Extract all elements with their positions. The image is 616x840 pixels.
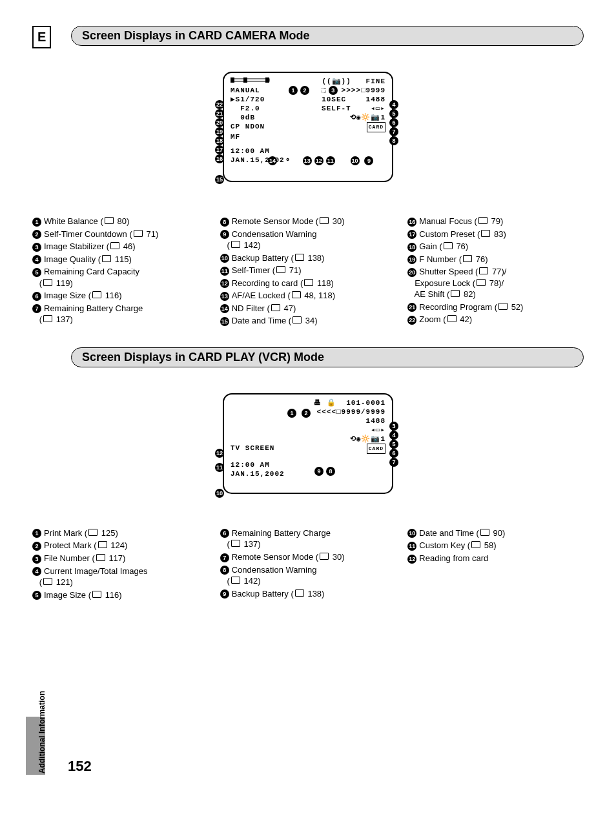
svg-rect-2 xyxy=(243,77,247,83)
svg-rect-3 xyxy=(265,77,269,83)
side-tab-label: Additional Information xyxy=(37,691,46,773)
svg-rect-1 xyxy=(231,77,234,83)
diagram-card-play: 1 2 🖶 🔒 101-0001 <<<<□9999/9999 1488 ◂▭▸… xyxy=(218,393,398,494)
legend-card-play: 1Print Mark ( 125) 2Protect Mark ( 124) … xyxy=(32,526,584,602)
heading-card-camera: Screen Displays in CARD CAMERA Mode xyxy=(71,26,584,46)
section-card-camera: Screen Displays in CARD CAMERA Mode 12 3… xyxy=(32,26,584,328)
svg-rect-0 xyxy=(231,79,269,81)
screen-frame-1: ((📷)) FINE MANUAL⬚ >>>>□9999 ▶S1/72010SE… xyxy=(223,72,393,182)
screen-frame-2: 🖶 🔒 101-0001 <<<<□9999/9999 1488 ◂▭▸ ⟲◉🔆… xyxy=(223,393,393,494)
section-card-play: Screen Displays in CARD PLAY (VCR) Mode … xyxy=(32,347,584,602)
legend-card-camera: 1White Balance ( 80) 2Self-Timer Countdo… xyxy=(32,214,584,328)
heading-card-play: Screen Displays in CARD PLAY (VCR) Mode xyxy=(71,347,584,367)
diagram-card-camera: 12 3 ((📷)) FINE MANUAL⬚ >>>>□9999 ▶S1/72… xyxy=(218,72,398,182)
page-number: 152 xyxy=(68,758,92,775)
